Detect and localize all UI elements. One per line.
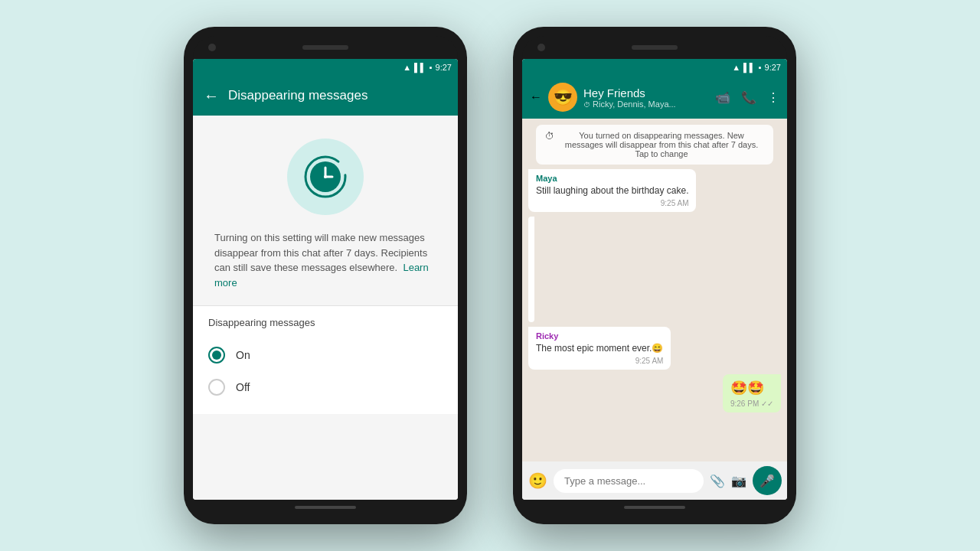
signal-icon: ▌▌ [414, 63, 426, 72]
settings-screen: ▲ ▌▌ ▪ 9:27 ← Disappearing messages [193, 59, 458, 500]
chat-subtitle: ⏱ Ricky, Dennis, Maya... [583, 99, 709, 109]
mic-button[interactable]: 🎤 [753, 466, 782, 495]
timer-icon [302, 154, 348, 200]
time-2: 9:27 [765, 63, 781, 72]
front-camera-2 [537, 44, 545, 51]
message-maya: Maya Still laughing about the birthday c… [528, 169, 696, 212]
message-input[interactable] [554, 469, 704, 493]
camera-icon[interactable]: 📷 [731, 474, 746, 488]
speaker-1 [302, 45, 348, 50]
signal-icon-2: ▌▌ [743, 63, 756, 72]
sender-maya: Maya [536, 174, 688, 183]
status-bar-1: ▲ ▌▌ ▪ 9:27 [193, 59, 458, 76]
msg-time-ricky: 9:25 AM [536, 357, 663, 365]
msg-text-maya: Still laughing about the birthday cake. [536, 184, 688, 197]
radio-on[interactable]: On [208, 339, 443, 371]
more-options-icon[interactable]: ⋮ [767, 90, 779, 105]
radio-off-label: Off [236, 381, 250, 393]
home-indicator-2 [624, 506, 685, 509]
chat-info: Hey Friends ⏱ Ricky, Dennis, Maya... [583, 86, 709, 109]
phone-bottom-2 [522, 500, 787, 515]
chat-input-bar: 🙂 📎 📷 🎤 [522, 461, 787, 500]
group-avatar: 😎 [548, 83, 577, 112]
disappearing-messages-section: Disappearing messages On Off [193, 306, 458, 414]
system-message[interactable]: ⏱ You turned on disappearing messages. N… [536, 125, 773, 165]
back-button-1[interactable]: ← [204, 87, 219, 105]
battery-icon-2: ▪ [759, 63, 762, 72]
timer-icon-circle [287, 139, 364, 215]
mic-icon: 🎤 [760, 474, 775, 488]
settings-description: Turning on this setting will make new me… [193, 230, 458, 305]
chat-messages: ⏱ You turned on disappearing messages. N… [522, 119, 787, 461]
chat-toolbar: ← 😎 Hey Friends ⏱ Ricky, Dennis, Maya...… [522, 76, 787, 119]
message-ricky: Ricky The most epic moment ever.😄 9:25 A… [528, 327, 671, 370]
phone-bottom-1 [193, 500, 458, 515]
radio-on-button[interactable] [208, 347, 225, 364]
phone-settings: ▲ ▌▌ ▪ 9:27 ← Disappearing messages [184, 27, 467, 524]
timer-small-icon: ⏱ [545, 131, 554, 142]
message-image: 9:25 AM [528, 217, 534, 322]
msg-text-sent: 🤩🤩 [730, 379, 773, 398]
phone-chat: ▲ ▌▌ ▪ 9:27 ← 😎 Hey Friends ⏱ Ricky, Den… [513, 27, 796, 524]
svg-point-2 [324, 175, 327, 178]
home-indicator-1 [295, 506, 356, 509]
status-bar-2: ▲ ▌▌ ▪ 9:27 [522, 59, 787, 76]
back-button-2[interactable]: ← [530, 90, 542, 104]
msg-text-ricky: The most epic moment ever.😄 [536, 342, 663, 355]
video-call-icon[interactable]: 📹 [715, 90, 730, 105]
speaker-2 [632, 45, 678, 50]
phone-top-bar-2 [522, 36, 787, 59]
settings-toolbar: ← Disappearing messages [193, 76, 458, 116]
settings-content: Turning on this setting will make new me… [193, 116, 458, 500]
chat-screen: ▲ ▌▌ ▪ 9:27 ← 😎 Hey Friends ⏱ Ricky, Den… [522, 59, 787, 500]
wifi-icon-2: ▲ [732, 63, 740, 72]
radio-on-label: On [236, 349, 250, 361]
settings-title: Disappearing messages [228, 88, 447, 103]
scene: ▲ ▌▌ ▪ 9:27 ← Disappearing messages [0, 0, 980, 551]
sender-ricky: Ricky [536, 331, 663, 341]
message-sent: 🤩🤩 9:26 PM ✓✓ [723, 374, 781, 412]
voice-call-icon[interactable]: 📞 [741, 90, 756, 105]
radio-off[interactable]: Off [208, 371, 443, 403]
phone-top-bar-1 [193, 36, 458, 59]
section-label: Disappearing messages [208, 317, 443, 328]
battery-icon: ▪ [430, 63, 433, 72]
chat-actions: 📹 📞 ⋮ [715, 90, 779, 105]
wifi-icon: ▲ [403, 63, 411, 72]
radio-off-button[interactable] [208, 379, 225, 396]
msg-time-sent: 9:26 PM ✓✓ [730, 399, 773, 408]
front-camera-1 [208, 44, 216, 51]
time-1: 9:27 [436, 63, 452, 72]
msg-time-maya: 9:25 AM [536, 199, 688, 207]
emoji-icon[interactable]: 🙂 [528, 471, 547, 490]
chat-name: Hey Friends [583, 86, 709, 99]
attachment-icon[interactable]: 📎 [710, 474, 725, 488]
